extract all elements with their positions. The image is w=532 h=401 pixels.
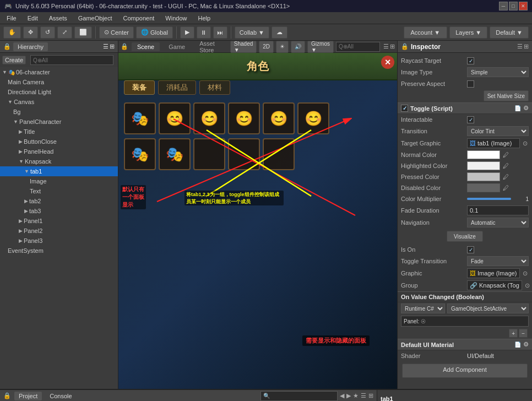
hierarchy-item-tab1[interactable]: ▼ tab1 bbox=[0, 166, 118, 176]
menu-window[interactable]: Window bbox=[161, 14, 191, 23]
hierarchy-create-label[interactable]: Create bbox=[2, 56, 26, 64]
hierarchy-item-bg[interactable]: Bg bbox=[0, 107, 118, 117]
menu-file[interactable]: File bbox=[2, 14, 21, 23]
menu-assets[interactable]: Assets bbox=[45, 14, 72, 23]
project-tab[interactable]: Project bbox=[14, 392, 42, 400]
shaded-dropdown[interactable]: Shaded ▼ bbox=[230, 41, 257, 53]
maximize-button[interactable]: □ bbox=[509, 2, 518, 10]
hierarchy-item-panelcharacter[interactable]: ▼ PanelCharacter bbox=[0, 117, 118, 127]
project-star-icon[interactable]: ★ bbox=[353, 392, 359, 399]
rotate-tool[interactable]: ↺ bbox=[40, 26, 55, 39]
hierarchy-item-tab3[interactable]: ▶ tab3 bbox=[0, 206, 118, 216]
play-button[interactable]: ▶ bbox=[180, 26, 194, 39]
fade-duration-input[interactable] bbox=[467, 205, 529, 215]
minimize-button[interactable]: ─ bbox=[499, 2, 508, 10]
project-nav-next[interactable]: ▶ bbox=[346, 392, 351, 399]
normal-color-picker[interactable]: 🖊 bbox=[502, 151, 510, 158]
hierarchy-item-text[interactable]: Text bbox=[0, 186, 118, 196]
hierarchy-item-knapsack[interactable]: ▼ Knapsack bbox=[0, 156, 118, 166]
hand-tool[interactable]: ✋ bbox=[3, 26, 21, 39]
normal-color-swatch[interactable] bbox=[467, 150, 500, 159]
default-button[interactable]: Default ▼ bbox=[490, 26, 529, 39]
is-on-checkbox[interactable] bbox=[467, 246, 474, 253]
add-component-button[interactable]: Add Component bbox=[402, 364, 528, 378]
scale-tool[interactable]: ⤢ bbox=[57, 26, 72, 39]
interactable-checkbox[interactable] bbox=[467, 116, 474, 123]
step-button[interactable]: ⏭ bbox=[213, 26, 227, 39]
light-button[interactable]: ☀ bbox=[276, 41, 289, 53]
hierarchy-item-panel2[interactable]: ▶ Panel2 bbox=[0, 226, 118, 236]
highlighted-color-swatch[interactable] bbox=[467, 161, 500, 170]
visualize-button[interactable]: Visualize bbox=[447, 231, 483, 242]
audio-button[interactable]: 🔊 bbox=[291, 41, 305, 53]
hierarchy-item-panel1[interactable]: ▶ Panel1 bbox=[0, 216, 118, 226]
toggle-enable-checkbox[interactable] bbox=[401, 105, 408, 112]
preserve-aspect-checkbox[interactable] bbox=[467, 80, 474, 88]
transition-select[interactable]: Color Tint Sprite Swap Animation None bbox=[467, 126, 529, 136]
hierarchy-item-maincamera[interactable]: Main Camera bbox=[0, 77, 118, 87]
hierarchy-item-image[interactable]: Image bbox=[0, 176, 118, 186]
console-tab[interactable]: Console bbox=[45, 392, 76, 400]
pause-button[interactable]: ⏸ bbox=[197, 26, 211, 39]
project-menu-icon[interactable]: ☰ bbox=[361, 392, 366, 399]
scene-menu-icon[interactable]: ☰ bbox=[383, 43, 389, 50]
pressed-color-swatch[interactable] bbox=[467, 172, 500, 181]
project-maximize-icon[interactable]: ⊞ bbox=[368, 392, 373, 399]
panel-field[interactable]: Panel: ☉ bbox=[401, 316, 529, 327]
runtime-select[interactable]: Runtime C# Editor And Runtime bbox=[401, 304, 445, 313]
target-graphic-field[interactable]: 🖼 tab1 (Image) bbox=[467, 138, 520, 148]
menu-gameobject[interactable]: GameObject bbox=[74, 14, 117, 23]
graphic-picker[interactable]: ⊙ bbox=[522, 270, 529, 277]
close-button[interactable]: ✕ bbox=[519, 2, 528, 10]
set-native-button[interactable]: Set Native Size bbox=[484, 90, 529, 101]
hierarchy-item-title[interactable]: ▶ Title bbox=[0, 127, 118, 137]
layers-button[interactable]: Layers ▼ bbox=[449, 26, 487, 39]
remove-event-button[interactable]: − bbox=[519, 329, 528, 338]
gameobject-select[interactable]: GameObject.SetActive bbox=[447, 304, 529, 313]
hierarchy-tab[interactable]: Hierarchy bbox=[13, 42, 48, 51]
menu-edit[interactable]: Edit bbox=[23, 14, 42, 23]
toggle-section-header[interactable]: Toggle (Script) 📄 ⚙ bbox=[398, 102, 532, 114]
hierarchy-item-panel3[interactable]: ▶ Panel3 bbox=[0, 236, 118, 246]
hierarchy-item-panelhead[interactable]: ▶ PanelHead bbox=[0, 147, 118, 156]
disabled-color-picker[interactable]: 🖊 bbox=[502, 185, 510, 191]
scene-maximize-icon[interactable]: ⊞ bbox=[390, 43, 395, 50]
on-value-changed-header[interactable]: On Value Changed (Boolean) bbox=[398, 291, 532, 302]
toggle-settings-icon[interactable]: ⚙ bbox=[523, 105, 529, 112]
add-event-button[interactable]: + bbox=[509, 329, 518, 338]
inspector-menu-icon[interactable]: ☰ bbox=[517, 43, 523, 50]
toggle-transition-select[interactable]: Fade None bbox=[467, 256, 529, 266]
hierarchy-maximize-icon[interactable]: ⊞ bbox=[110, 43, 115, 50]
group-field[interactable]: 🔗 Knapsack (Tog bbox=[467, 280, 522, 290]
hierarchy-item-buttonclose[interactable]: ▶ ButtonClose bbox=[0, 137, 118, 147]
tab-game[interactable]: Game bbox=[163, 42, 191, 51]
pressed-color-picker[interactable]: 🖊 bbox=[502, 174, 510, 180]
hierarchy-item-06character[interactable]: ▼ 🎭 06-character bbox=[0, 67, 118, 77]
graphic-field[interactable]: 🖼 Image (Image) bbox=[467, 268, 520, 278]
menu-help[interactable]: Help bbox=[193, 14, 215, 23]
target-graphic-picker[interactable]: ⊙ bbox=[522, 140, 529, 147]
hierarchy-item-canvas[interactable]: ▼ Canvas bbox=[0, 97, 118, 107]
scene-canvas[interactable]: 角色 ✕ 装备 消耗品 材料 🎭 😊 😊 😊 😊 😊 bbox=[118, 53, 397, 389]
scene-search[interactable] bbox=[336, 42, 380, 52]
cloud-button[interactable]: ☁ bbox=[272, 26, 287, 39]
highlighted-color-picker[interactable]: 🖊 bbox=[502, 162, 510, 169]
move-tool[interactable]: ✥ bbox=[23, 26, 38, 39]
default-material-header[interactable]: Default UI Material 📄 ⚙ bbox=[398, 339, 532, 350]
raycast-target-checkbox[interactable] bbox=[467, 57, 474, 64]
menu-component[interactable]: Component bbox=[118, 14, 159, 23]
account-button[interactable]: Account ▼ bbox=[404, 26, 448, 39]
image-type-select[interactable]: Simple Sliced Tiled Filled bbox=[467, 67, 529, 77]
gizmos-button[interactable]: Gizmos ▼ bbox=[307, 41, 334, 53]
project-search[interactable] bbox=[260, 391, 338, 401]
inspector-maximize-icon[interactable]: ⊞ bbox=[524, 43, 529, 50]
group-picker[interactable]: ⊙ bbox=[524, 282, 531, 289]
slider-track[interactable] bbox=[467, 198, 511, 200]
material-settings-icon[interactable]: ⚙ bbox=[523, 341, 529, 348]
rect-tool[interactable]: ⬜ bbox=[74, 26, 92, 39]
navigation-select[interactable]: Automatic None Horizontal Vertical Expli… bbox=[467, 218, 529, 227]
hierarchy-item-tab2[interactable]: ▶ tab2 bbox=[0, 196, 118, 206]
disabled-color-swatch[interactable] bbox=[467, 183, 500, 192]
project-nav-prev[interactable]: ◀ bbox=[340, 392, 344, 399]
center-button[interactable]: ⊙ Center bbox=[99, 26, 134, 39]
